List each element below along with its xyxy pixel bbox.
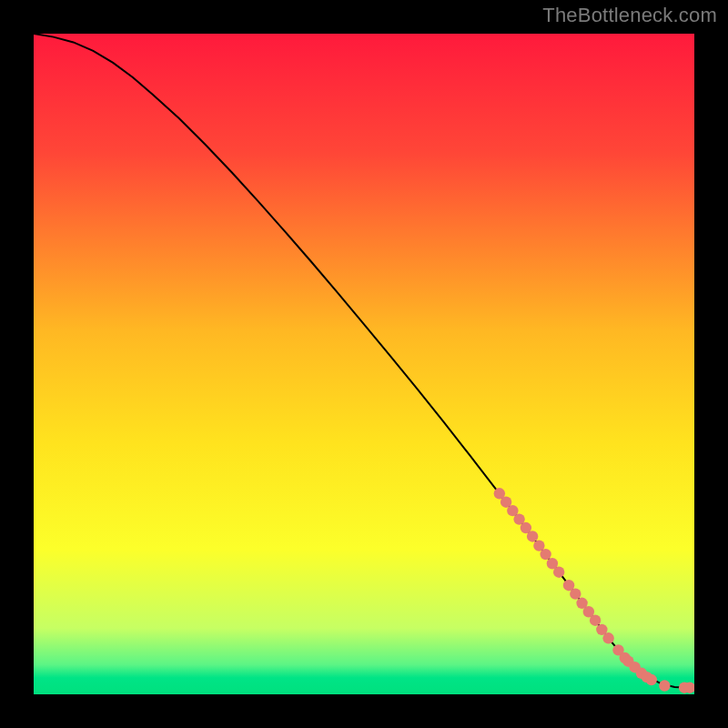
data-point (602, 632, 613, 643)
data-point (553, 566, 564, 577)
data-point (540, 549, 551, 560)
plot-area (34, 34, 694, 694)
data-point (570, 588, 581, 599)
gradient-backdrop (34, 34, 694, 694)
attribution-label: TheBottleneck.com (542, 4, 717, 27)
data-point (527, 531, 538, 541)
data-point (646, 674, 657, 685)
data-point (590, 614, 601, 625)
chart-root: TheBottleneck.com (0, 0, 728, 728)
data-point (659, 680, 670, 691)
